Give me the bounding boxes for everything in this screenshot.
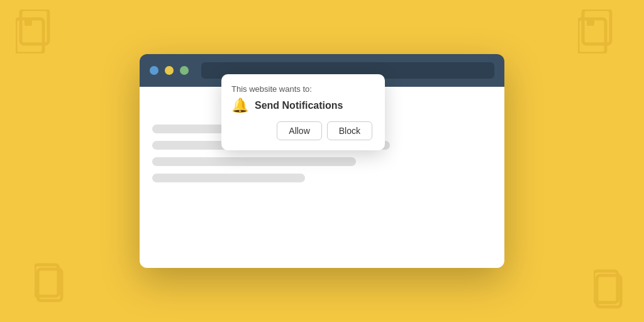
svg-rect-2	[25, 18, 32, 26]
allow-button[interactable]: Allow	[277, 121, 321, 140]
browser-content: This website wants to: 🔔 Send Notificati…	[140, 87, 504, 268]
deco-icon-tr	[578, 9, 616, 56]
svg-rect-5	[587, 18, 594, 26]
block-button[interactable]: Block	[327, 121, 372, 140]
popup-title: This website wants to:	[231, 84, 372, 94]
content-line-3	[152, 157, 356, 166]
traffic-light-yellow[interactable]	[165, 66, 174, 75]
content-line-4	[152, 174, 305, 182]
traffic-light-green[interactable]	[180, 66, 189, 75]
deco-icon-br	[594, 269, 628, 313]
deco-icon-tl	[16, 9, 53, 56]
popup-message-text: Send Notifications	[255, 100, 343, 111]
popup-actions: Allow Block	[231, 121, 372, 140]
popup-message: 🔔 Send Notifications	[231, 99, 372, 113]
notification-popup: This website wants to: 🔔 Send Notificati…	[221, 74, 385, 150]
traffic-light-blue[interactable]	[150, 66, 158, 75]
bell-icon: 🔔	[231, 99, 248, 113]
browser-window: This website wants to: 🔔 Send Notificati…	[140, 54, 504, 268]
deco-icon-bl	[35, 263, 69, 306]
